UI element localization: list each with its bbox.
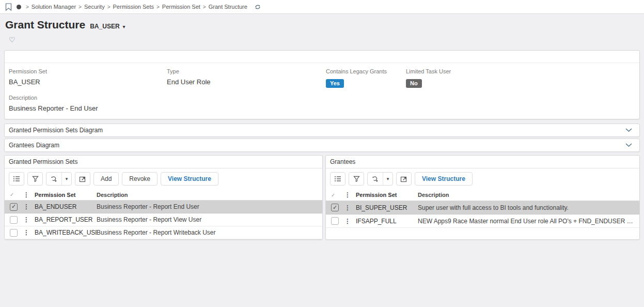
column-header-permission-set[interactable]: Permission Set [356, 192, 418, 198]
breadcrumb: > Solution Manager > Security > Permissi… [26, 4, 247, 10]
refresh-icon[interactable] [254, 4, 261, 10]
record-selector[interactable]: BA_USER ▾ [90, 23, 125, 30]
section-grantees-diagram[interactable]: Grantees Diagram [4, 139, 640, 152]
check-icon: ✓ [11, 204, 16, 209]
cell-description: Business Reporter - Report View User [97, 216, 322, 223]
add-button[interactable]: Add [93, 172, 119, 186]
breadcrumb-permission-sets[interactable]: Permission Sets [113, 4, 154, 10]
table-row[interactable]: ✓ ⋮ BI_SUPER_USER Super user with full a… [326, 201, 639, 214]
field-label: Contains Legacy Grants [326, 68, 406, 74]
table-row[interactable]: ⋮ BA_WRITEBACK_USER Business Reporter - … [5, 226, 322, 239]
field-type: Type End User Role [167, 68, 326, 88]
filter-icon[interactable] [27, 172, 43, 186]
touch-icon[interactable] [46, 173, 61, 185]
page-title: Grant Structure [5, 19, 85, 31]
column-header-description[interactable]: Description [418, 192, 639, 198]
cell-permission-set: BA_REPORT_USER [35, 216, 97, 223]
cell-description: Super user with full access to BI tools … [418, 204, 639, 211]
revoke-button[interactable]: Revoke [122, 172, 158, 186]
favorite-heart-icon[interactable]: ♡ [9, 36, 15, 43]
filter-icon[interactable] [349, 172, 364, 186]
cell-description: Business Reporter - Report End User [97, 203, 322, 210]
row-checkbox[interactable]: ✓ [10, 203, 18, 211]
field-value: End User Role [167, 78, 326, 86]
kebab-menu-icon: ⋮ [23, 191, 35, 198]
field-value: BA_USER [9, 78, 167, 86]
status-badge-no: No [406, 79, 422, 88]
section-granted-permission-sets-diagram[interactable]: Granted Permission Sets Diagram [4, 124, 640, 137]
column-header-permission-set[interactable]: Permission Set [35, 192, 97, 198]
breadcrumb-solution-manager[interactable]: Solution Manager [32, 4, 76, 10]
select-all-check-icon[interactable]: ✓ [10, 192, 23, 197]
breadcrumb-security[interactable]: Security [84, 4, 105, 10]
cell-permission-set: IFSAPP_FULL [356, 218, 418, 225]
kebab-menu-icon[interactable]: ⋮ [344, 218, 356, 225]
panel-title: Granted Permission Sets [5, 156, 322, 168]
view-structure-button[interactable]: View Structure [415, 172, 473, 186]
field-description: Description Business Reporter - End User [9, 95, 635, 112]
panel-title: Grantees [326, 156, 639, 168]
grantees-toolbar: ▾ View Structure [326, 168, 639, 189]
check-icon: ✓ [333, 205, 337, 210]
field-label: Description [9, 95, 635, 101]
permission-set-details-card: Permission Set BA_USER Type End User Rol… [4, 50, 640, 119]
field-label: Limited Task User [406, 68, 635, 74]
select-all-check-icon[interactable]: ✓ [331, 192, 344, 198]
section-title: Grantees Diagram [9, 142, 59, 149]
table-header: ✓ ⋮ Permission Set Description [326, 189, 639, 201]
cell-description: Business Reporter - Report Writeback Use… [97, 229, 322, 236]
chevron-down-icon [625, 128, 632, 132]
breadcrumb-separator: > [156, 4, 160, 10]
list-options-icon[interactable] [330, 172, 345, 186]
breadcrumb-separator: > [203, 4, 206, 10]
row-checkbox[interactable] [331, 217, 339, 225]
touch-actions-split-button: ▾ [46, 172, 72, 186]
list-options-icon[interactable] [9, 172, 24, 186]
grantees-panel: Grantees ▾ [325, 155, 640, 240]
field-label: Type [167, 68, 326, 74]
kebab-menu-icon[interactable]: ⋮ [23, 229, 35, 236]
field-label: Permission Set [9, 68, 167, 74]
granted-permission-sets-toolbar: ▾ Add Revoke View Structure [5, 168, 322, 189]
card-command-strip [5, 51, 639, 63]
chevron-down-icon [625, 143, 632, 147]
breadcrumb-separator: > [26, 4, 29, 10]
breadcrumb-permission-set[interactable]: Permission Set [162, 4, 200, 10]
chevron-down-icon: ▾ [123, 24, 125, 29]
field-limited-task-user: Limited Task User No [406, 68, 635, 88]
table-row[interactable]: ⋮ BA_REPORT_USER Business Reporter - Rep… [5, 213, 322, 226]
row-checkbox[interactable] [10, 229, 18, 237]
page-header: Grant Structure BA_USER ▾ ♡ [0, 14, 644, 47]
cell-permission-set: BA_WRITEBACK_USER [35, 229, 97, 236]
cell-permission-set: BI_SUPER_USER [356, 204, 418, 211]
kebab-menu-icon: ⋮ [344, 191, 356, 198]
row-checkbox[interactable] [10, 216, 18, 224]
field-value: Business Reporter - End User [9, 104, 635, 112]
breadcrumb-grant-structure[interactable]: Grant Structure [209, 4, 247, 10]
kebab-menu-icon[interactable]: ⋮ [23, 216, 35, 223]
open-in-window-icon[interactable] [75, 172, 90, 186]
field-permission-set: Permission Set BA_USER [9, 68, 167, 88]
cell-permission-set: BA_ENDUSER [35, 203, 97, 210]
open-in-window-icon[interactable] [396, 172, 412, 186]
record-selector-value: BA_USER [90, 23, 119, 30]
chevron-down-icon[interactable]: ▾ [61, 173, 71, 185]
view-structure-button[interactable]: View Structure [161, 172, 218, 186]
table-row[interactable]: ⋮ IFSAPP_FULL NEW Apps9 Race Master norm… [326, 214, 639, 228]
record-state-dot-icon [17, 5, 21, 9]
bookmark-icon[interactable] [5, 3, 12, 11]
breadcrumb-separator: > [107, 4, 111, 10]
table-header: ✓ ⋮ Permission Set Description [5, 189, 322, 201]
section-title: Granted Permission Sets Diagram [9, 127, 103, 134]
column-header-description[interactable]: Description [97, 192, 322, 198]
touch-icon[interactable] [368, 173, 383, 185]
breadcrumb-separator: > [78, 4, 82, 10]
field-contains-legacy-grants: Contains Legacy Grants Yes [326, 68, 406, 88]
chevron-down-icon[interactable]: ▾ [383, 173, 392, 185]
kebab-menu-icon[interactable]: ⋮ [344, 204, 356, 211]
table-row[interactable]: ✓ ⋮ BA_ENDUSER Business Reporter - Repor… [5, 201, 322, 213]
row-checkbox[interactable]: ✓ [331, 204, 339, 211]
granted-permission-sets-panel: Granted Permission Sets [4, 155, 323, 240]
kebab-menu-icon[interactable]: ⋮ [23, 203, 35, 210]
top-navigation-bar: > Solution Manager > Security > Permissi… [0, 0, 644, 14]
